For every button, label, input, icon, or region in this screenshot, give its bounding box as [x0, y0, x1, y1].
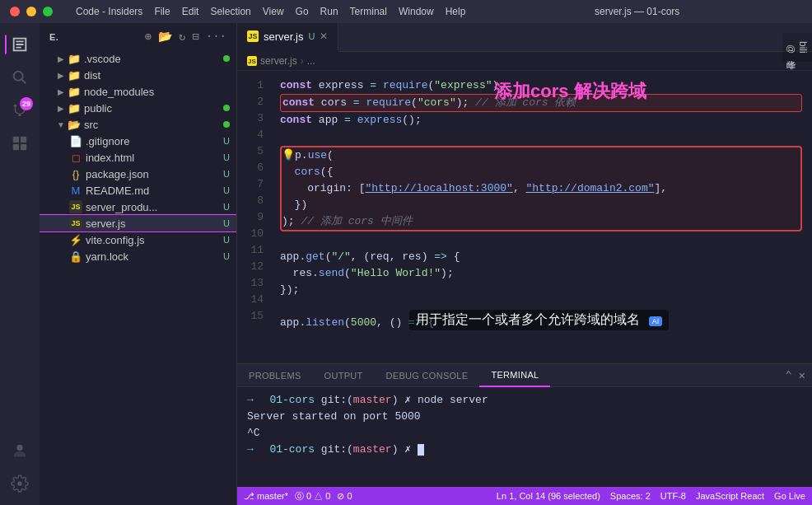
- statusbar-errors[interactable]: ⓪ 0 △ 0: [295, 490, 330, 503]
- svg-rect-7: [13, 144, 19, 150]
- menu-terminal[interactable]: Terminal: [350, 6, 387, 17]
- minimize-button[interactable]: [26, 7, 36, 16]
- statusbar-right: Ln 1, Col 14 (96 selected) Spaces: 2 UTF…: [497, 491, 805, 501]
- sidebar-item-label: .vscode: [84, 53, 121, 65]
- menu-bar[interactable]: Code - Insiders File Edit Selection View…: [76, 6, 465, 17]
- code-line-7: origin: ["http://localhost:3000", "http:…: [282, 180, 800, 197]
- git-status-badge: U: [223, 251, 230, 261]
- sidebar-item-node-modules[interactable]: ▶ 📁 node_modules: [40, 83, 236, 100]
- terminal-line-3: ^C: [247, 425, 802, 442]
- sidebar-item-vscode[interactable]: ▶ 📁 .vscode: [40, 50, 236, 67]
- statusbar-spaces[interactable]: Spaces: 2: [610, 491, 651, 501]
- menu-selection[interactable]: Selection: [210, 6, 250, 17]
- tab-label: server.js: [264, 30, 303, 43]
- terminal-content[interactable]: → 01-cors git:( master ) ✗ node server S…: [237, 387, 812, 487]
- sidebar-item-index-html[interactable]: ◻ index.html U: [40, 149, 236, 166]
- terminal-cursor: [418, 444, 424, 456]
- statusbar-golive[interactable]: Go Live: [774, 491, 805, 501]
- folder-open-icon: 📂: [68, 118, 81, 131]
- code-line-8: }): [282, 197, 800, 213]
- sidebar-header: E. ⊕ 📂 ↻ ⊟ ···: [40, 23, 236, 50]
- menu-file[interactable]: File: [154, 6, 170, 17]
- watermark: bili @峰华: [782, 33, 812, 62]
- svg-line-1: [21, 79, 26, 83]
- terminal-output: Server started on port 5000: [247, 409, 421, 425]
- statusbar-position[interactable]: Ln 1, Col 14 (96 selected): [497, 491, 600, 501]
- tab-bar: JS server.js U ✕: [237, 23, 812, 52]
- panel-maximize-icon[interactable]: ⌃: [785, 368, 791, 382]
- svg-point-2: [14, 105, 17, 108]
- terminal-branch-2: master: [353, 442, 392, 458]
- tab-problems[interactable]: PROBLEMS: [237, 364, 313, 387]
- folder-icon: 📁: [68, 85, 81, 98]
- code-line-9: ); // 添加 cors 中间件: [282, 213, 800, 230]
- statusbar-language[interactable]: JavaScript React: [696, 491, 764, 501]
- code-line-10: [280, 232, 802, 249]
- refresh-icon[interactable]: ↻: [179, 30, 185, 44]
- maximize-button[interactable]: [43, 7, 53, 16]
- tab-output[interactable]: OUTPUT: [313, 364, 375, 387]
- terminal-arrow-icon-2: →: [247, 442, 260, 458]
- sidebar-title: E.: [49, 32, 58, 42]
- chevron-down-icon: ▼: [56, 119, 66, 129]
- breadcrumb-symbol: ...: [307, 55, 315, 67]
- terminal-line-4: → 01-cors git:( master ) ✗: [247, 442, 802, 458]
- code-line-6: cors({: [282, 164, 800, 180]
- collapse-icon[interactable]: ⊟: [192, 30, 198, 44]
- new-file-icon[interactable]: ⊕: [144, 30, 151, 44]
- code-line-4: [280, 129, 802, 145]
- terminal-paren-2: ) ✗: [392, 442, 418, 458]
- modified-dot: [223, 105, 230, 111]
- menu-app[interactable]: Code - Insiders: [76, 6, 142, 17]
- statusbar-warnings[interactable]: ⊘ 0: [337, 491, 352, 502]
- git-status-badge: U: [223, 202, 230, 212]
- code-editor[interactable]: 1 2 3 4 5 6 7 8 9 10 11 12 13 14 15: [237, 71, 812, 338]
- close-button[interactable]: [10, 7, 20, 16]
- vite-file-icon: ⚡: [69, 233, 82, 246]
- chevron-right-icon: ▶: [56, 54, 66, 63]
- sidebar-item-public[interactable]: ▶ 📁 public: [40, 100, 236, 116]
- tab-debug-console[interactable]: DEBUG CONSOLE: [375, 364, 480, 387]
- activity-extensions[interactable]: [5, 129, 35, 158]
- menu-help[interactable]: Help: [446, 6, 466, 17]
- code-content[interactable]: const express = require("express"); cons…: [270, 71, 812, 338]
- sidebar-item-package-json[interactable]: {} package.json U: [40, 166, 236, 182]
- sidebar-item-dist[interactable]: ▶ 📁 dist: [40, 67, 236, 83]
- sidebar-header-icons[interactable]: ⊕ 📂 ↻ ⊟ ···: [144, 30, 226, 44]
- sidebar-item-server-js[interactable]: JS server.js U: [40, 215, 236, 231]
- activity-search[interactable]: [5, 63, 35, 92]
- breadcrumb: JS server.js › ...: [237, 52, 812, 71]
- menu-window[interactable]: Window: [399, 6, 434, 17]
- sidebar-item-readme[interactable]: M README.md U: [40, 182, 236, 199]
- menu-go[interactable]: Go: [296, 6, 309, 17]
- sidebar-item-label: src: [84, 119, 98, 131]
- statusbar: ⎇ master* ⓪ 0 △ 0 ⊘ 0 Ln 1, Col 14 (96 s…: [237, 487, 812, 505]
- tab-terminal[interactable]: TERMINAL: [479, 364, 550, 387]
- menu-run[interactable]: Run: [320, 6, 338, 17]
- sidebar-item-src[interactable]: ▼ 📂 src: [40, 116, 236, 133]
- activity-git[interactable]: 29: [5, 96, 35, 125]
- sidebar-item-label: server.js: [86, 217, 125, 230]
- panel-close-icon[interactable]: ✕: [799, 368, 805, 382]
- menu-edit[interactable]: Edit: [182, 6, 199, 17]
- sidebar-item-yarn-lock[interactable]: 🔒 yarn.lock U: [40, 248, 236, 264]
- activity-account[interactable]: [5, 436, 35, 465]
- sidebar-item-label: index.html: [86, 152, 134, 164]
- breadcrumb-file: server.js: [260, 55, 297, 67]
- activity-settings[interactable]: [5, 469, 35, 498]
- sidebar-item-server-prod[interactable]: JS server_produ... U: [40, 199, 236, 215]
- md-file-icon: M: [69, 184, 82, 197]
- menu-view[interactable]: View: [263, 6, 284, 17]
- tab-server-js[interactable]: JS server.js U ✕: [237, 23, 338, 52]
- git-status-badge: U: [223, 235, 230, 245]
- activity-explorer[interactable]: [5, 30, 35, 59]
- sidebar-item-vite-config[interactable]: ⚡ vite.config.js U: [40, 231, 236, 248]
- panel-tabs: PROBLEMS OUTPUT DEBUG CONSOLE TERMINAL ⌃…: [237, 364, 812, 387]
- terminal-line-2: Server started on port 5000: [247, 409, 802, 425]
- more-icon[interactable]: ···: [206, 30, 226, 44]
- tab-close-button[interactable]: ✕: [320, 30, 328, 42]
- new-folder-icon[interactable]: 📂: [158, 30, 172, 44]
- statusbar-encoding[interactable]: UTF-8: [660, 491, 686, 501]
- statusbar-branch[interactable]: ⎇ master*: [244, 491, 288, 502]
- sidebar-item-gitignore[interactable]: 📄 .gitignore U: [40, 133, 236, 149]
